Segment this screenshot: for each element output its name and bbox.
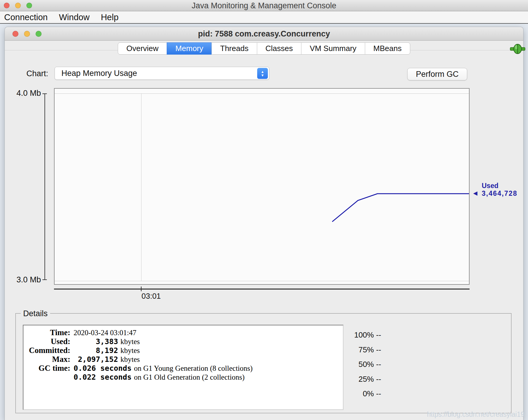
zoom-window-icon[interactable] xyxy=(36,31,42,37)
details-row: Max:2,097,152kbytes xyxy=(23,355,343,364)
details-row-label: Used: xyxy=(23,337,70,346)
close-window-icon[interactable] xyxy=(12,31,18,37)
percent-tick: 0% -- xyxy=(343,389,381,397)
watermark: https://blog.csdn.net/creasylai19 xyxy=(427,411,524,419)
tab-classes[interactable]: Classes xyxy=(257,42,301,55)
details-row: 0.022 secondson G1 Old Generation (2 col… xyxy=(23,373,343,381)
perform-gc-button[interactable]: Perform GC xyxy=(407,68,467,80)
details-row: Used:3,383kbytes xyxy=(23,337,343,346)
y-axis-tick xyxy=(42,93,47,94)
jconsole-window: pid: 7588 com.creasy.Concurrency Overvie… xyxy=(5,27,523,420)
x-axis-label: 03:01 xyxy=(141,292,161,301)
legend-series-name: Used xyxy=(482,182,517,189)
os-titlebar: Java Monitoring & Management Console xyxy=(0,0,528,11)
app-title: Java Monitoring & Management Console xyxy=(0,0,528,11)
legend-last-value: 3,464,728 xyxy=(482,190,517,197)
y-axis-label-top: 4.0 Mb xyxy=(14,89,41,98)
menu-bar: ConnectionWindowHelp xyxy=(0,11,528,24)
details-row-label: Time: xyxy=(23,328,70,337)
details-group: Details Time:2020-03-24 03:01:47Used:3,3… xyxy=(15,313,512,413)
details-row-label: Max: xyxy=(23,355,70,364)
menu-item-window[interactable]: Window xyxy=(59,12,90,22)
percent-tick: 25% -- xyxy=(343,375,381,382)
tab-overview[interactable]: Overview xyxy=(118,42,167,55)
details-row-value: 2020-03-24 03:01:47 xyxy=(74,328,136,337)
details-row: Time:2020-03-24 03:01:47 xyxy=(23,328,343,337)
tab-bar: OverviewMemoryThreadsClassesVM SummaryMB… xyxy=(5,42,523,55)
percent-tick: 75% -- xyxy=(343,345,381,353)
tab-threads[interactable]: Threads xyxy=(211,42,257,55)
window-title: pid: 7588 com.creasy.Concurrency xyxy=(5,27,523,41)
chart-select-value: Heap Memory Usage xyxy=(61,67,137,79)
tab-mbeans[interactable]: MBeans xyxy=(365,42,410,55)
y-axis-tick xyxy=(42,279,47,280)
details-title: Details xyxy=(21,309,50,318)
details-row-value: 2,097,152kbytes xyxy=(74,355,140,364)
window-titlebar: pid: 7588 com.creasy.Concurrency xyxy=(5,27,523,41)
connected-plug-icon[interactable] xyxy=(510,44,525,54)
details-row-value: 0.026 secondson G1 Young Generation (8 c… xyxy=(74,364,253,373)
y-axis xyxy=(44,93,45,280)
legend-arrow-icon: ◀ xyxy=(473,190,477,196)
details-row: GC time:0.026 secondson G1 Young Generat… xyxy=(23,364,343,373)
percent-tick: 100% -- xyxy=(343,330,381,338)
tab-vm-summary[interactable]: VM Summary xyxy=(301,42,365,55)
used-series-legend: ◀ Used 3,464,728 xyxy=(473,182,517,197)
combo-stepper[interactable]: ▲ ▼ xyxy=(257,68,268,79)
minimize-window-icon[interactable] xyxy=(24,31,30,37)
window-controls xyxy=(12,27,42,40)
close-window-icon[interactable] xyxy=(4,3,9,8)
menu-item-help[interactable]: Help xyxy=(101,12,119,22)
zoom-window-icon[interactable] xyxy=(26,3,32,8)
details-row-label: GC time: xyxy=(23,364,70,373)
window-controls xyxy=(4,0,32,11)
used-memory-line xyxy=(55,89,469,284)
stepper-down-icon: ▼ xyxy=(261,74,264,77)
details-row-value: 0.022 secondson G1 Old Generation (2 col… xyxy=(74,373,245,382)
percent-tick: 50% -- xyxy=(343,360,381,368)
chart-select-label: Chart: xyxy=(26,69,48,78)
details-row-value: 3,383kbytes xyxy=(74,337,140,346)
chart-type-select[interactable]: Heap Memory Usage ▲ ▼ xyxy=(55,67,269,80)
menu-item-connection[interactable]: Connection xyxy=(4,12,48,22)
details-row-label: Committed: xyxy=(23,346,70,355)
x-axis xyxy=(54,289,470,289)
minimize-window-icon[interactable] xyxy=(15,3,21,8)
details-row: Committed:8,192kbytes xyxy=(23,346,343,355)
y-axis-label-bottom: 3.0 Mb xyxy=(14,275,41,284)
details-text-panel: Time:2020-03-24 03:01:47Used:3,383kbytes… xyxy=(23,325,343,410)
memory-usage-chart xyxy=(54,88,470,285)
details-row-value: 8,192kbytes xyxy=(74,346,140,355)
stepper-up-icon: ▲ xyxy=(261,70,264,74)
x-axis-tick xyxy=(141,287,141,291)
tab-memory[interactable]: Memory xyxy=(167,42,212,55)
